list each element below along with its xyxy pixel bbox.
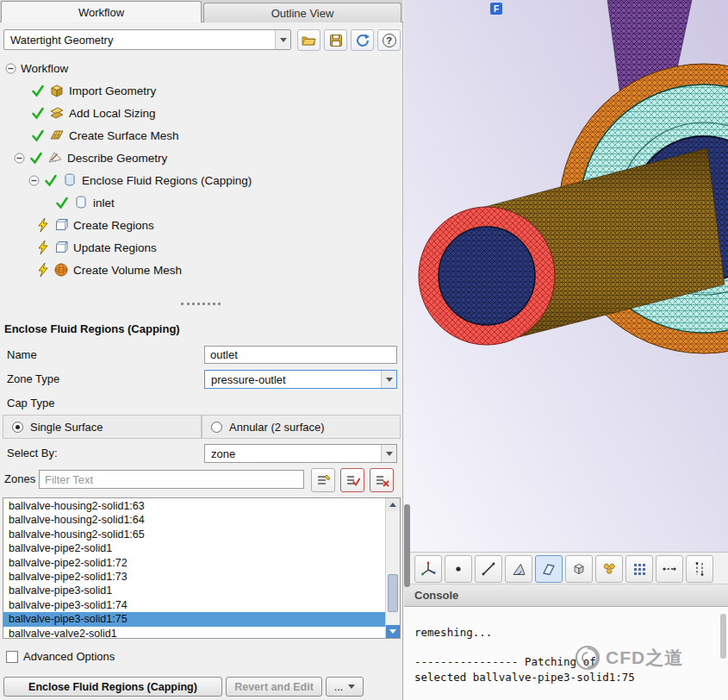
tree-item-update-regions[interactable]: Update Regions bbox=[0, 236, 403, 259]
list-item[interactable]: ballvalve-valve2-solid1 bbox=[3, 627, 386, 639]
console-line: selected ballvalve-pipe3-solid1:75 bbox=[414, 671, 635, 684]
tree-item-workflow-root[interactable]: Workflow bbox=[0, 57, 403, 79]
tree-item-create-volume-mesh[interactable]: Create Volume Mesh bbox=[0, 259, 403, 281]
save-workflow-button[interactable] bbox=[324, 29, 347, 51]
list-item[interactable]: ballvalve-housing2-solid1:64 bbox=[3, 513, 386, 527]
tab-outline-label: Outline View bbox=[271, 7, 334, 20]
zone-type-value: pressure-outlet bbox=[205, 373, 381, 386]
plane-tool-button[interactable] bbox=[535, 555, 563, 583]
zones-filter-input[interactable] bbox=[39, 470, 304, 489]
regions-icon bbox=[53, 240, 69, 255]
deselect-list-button[interactable] bbox=[370, 468, 394, 492]
3d-viewport[interactable] bbox=[404, 0, 728, 552]
tree-item-enclose-fluid-regions[interactable]: Enclose Fluid Regions (Capping) bbox=[0, 169, 403, 191]
zone-type-label: Zone Type bbox=[7, 372, 59, 385]
angle-measure-button[interactable] bbox=[505, 555, 532, 583]
cap-type-label: Cap Type bbox=[7, 397, 54, 409]
refresh-workflow-button[interactable] bbox=[351, 29, 374, 51]
list-scrollbar[interactable] bbox=[385, 498, 400, 638]
box-tool-button[interactable] bbox=[565, 555, 593, 583]
check-icon bbox=[31, 128, 45, 142]
list-item[interactable]: ballvalve-housing2-solid1:63 bbox=[3, 499, 386, 513]
tree-item-create-surface-mesh[interactable]: Create Surface Mesh bbox=[0, 124, 403, 147]
open-workflow-button[interactable] bbox=[297, 29, 320, 51]
zones-listbox[interactable]: ballvalve-housing2-solid1:63 ballvalve-h… bbox=[3, 497, 401, 639]
workflow-preset-combo[interactable]: Watertight Geometry bbox=[3, 29, 291, 50]
radio-single-surface[interactable] bbox=[12, 422, 23, 433]
create-surface-mesh-icon bbox=[49, 128, 65, 143]
cap-type-group: Single Surface Annular (2 surface) bbox=[3, 415, 401, 439]
tree-item-label: inlet bbox=[93, 197, 115, 209]
pending-bolt-icon bbox=[38, 263, 49, 278]
viewport-toolbar bbox=[404, 552, 728, 584]
panel-scrollbar-thumb[interactable] bbox=[404, 504, 410, 587]
tree-item-label: Enclose Fluid Regions (Capping) bbox=[82, 174, 252, 187]
plane-icon bbox=[541, 561, 557, 577]
tree-item-inlet[interactable]: inlet bbox=[0, 191, 403, 214]
cap-annular-option[interactable]: Annular (2 surface) bbox=[202, 415, 401, 439]
axes-triad-button[interactable] bbox=[414, 555, 442, 583]
select-by-combo[interactable]: zone bbox=[204, 444, 397, 463]
tree-item-label: Import Geometry bbox=[69, 84, 156, 97]
check-icon bbox=[29, 151, 43, 165]
mesh-cells-button[interactable] bbox=[595, 555, 623, 583]
scroll-up-button[interactable] bbox=[386, 498, 400, 511]
point-grid-button[interactable] bbox=[625, 555, 653, 583]
cap-annular-label: Annular (2 surface) bbox=[229, 421, 325, 434]
list-item-selected[interactable]: ballvalve-pipe3-solid1:75 bbox=[3, 612, 386, 626]
zone-type-combo[interactable]: pressure-outlet bbox=[204, 370, 397, 389]
console-scrollbar-thumb[interactable] bbox=[720, 614, 726, 659]
use-selection-button[interactable] bbox=[311, 468, 335, 492]
tree-item-add-local-sizing[interactable]: Add Local Sizing bbox=[0, 102, 403, 124]
tab-workflow-label: Workflow bbox=[78, 6, 124, 19]
revert-label: Revert and Edit bbox=[234, 681, 314, 693]
tab-outline-view[interactable]: Outline View bbox=[203, 3, 401, 22]
list-item[interactable]: ballvalve-pipe3-solid1:74 bbox=[3, 598, 386, 612]
select-by-label: Select By: bbox=[7, 447, 58, 459]
splitter-handle[interactable] bbox=[181, 303, 221, 305]
revert-and-edit-button[interactable]: Revert and Edit bbox=[226, 677, 322, 697]
point-icon bbox=[451, 561, 466, 577]
list-item[interactable]: ballvalve-pipe2-solid1:72 bbox=[3, 556, 386, 570]
help-button[interactable]: ? bbox=[377, 29, 401, 51]
fluent-meshing-window: Workflow Outline View Watertight Geometr… bbox=[0, 0, 728, 700]
collapse-toggle-icon[interactable] bbox=[14, 153, 25, 164]
list-item[interactable]: ballvalve-pipe2-solid1 bbox=[3, 541, 386, 555]
fluent-badge: F bbox=[490, 3, 502, 15]
tree-item-import-geometry[interactable]: Import Geometry bbox=[0, 79, 403, 102]
radio-annular[interactable] bbox=[211, 422, 222, 433]
select-list-button[interactable] bbox=[340, 468, 364, 492]
tree-item-create-regions[interactable]: Create Regions bbox=[0, 214, 403, 236]
check-icon bbox=[44, 173, 58, 187]
chevron-down-icon bbox=[348, 684, 355, 689]
collapse-toggle-icon[interactable] bbox=[28, 175, 40, 186]
save-icon bbox=[328, 33, 344, 48]
tree-item-describe-geometry[interactable]: Describe Geometry bbox=[0, 147, 403, 169]
list-item[interactable]: ballvalve-pipe3-solid1 bbox=[3, 584, 386, 597]
zones-label: Zones bbox=[4, 472, 35, 485]
list-item[interactable]: ballvalve-housing2-solid1:65 bbox=[3, 528, 386, 541]
tab-workflow[interactable]: Workflow bbox=[1, 1, 202, 22]
list-check-icon bbox=[345, 472, 360, 488]
cap-single-option[interactable]: Single Surface bbox=[3, 415, 202, 439]
watermark-text: CFD之道 bbox=[606, 646, 683, 670]
apply-capping-button[interactable]: Enclose Fluid Regions (Capping) bbox=[3, 677, 222, 697]
collapse-toggle-icon[interactable] bbox=[5, 63, 16, 74]
console-header[interactable]: Console bbox=[404, 584, 728, 607]
watermark: CFD之道 bbox=[575, 645, 683, 671]
edge-filter-button[interactable] bbox=[475, 555, 502, 583]
name-input[interactable] bbox=[204, 346, 397, 364]
advanced-options-checkbox[interactable] bbox=[6, 651, 18, 663]
list-item[interactable]: ballvalve-pipe2-solid1:73 bbox=[3, 570, 386, 584]
console-line: remeshing... bbox=[414, 626, 492, 639]
dimension-vertical-button[interactable] bbox=[686, 555, 713, 583]
dimension-horizontal-button[interactable] bbox=[656, 555, 683, 583]
tree-item-label: Create Volume Mesh bbox=[73, 264, 182, 277]
point-filter-button[interactable] bbox=[445, 555, 472, 583]
tree-item-label: Describe Geometry bbox=[67, 152, 167, 165]
check-icon bbox=[31, 106, 45, 120]
scroll-down-button[interactable] bbox=[386, 625, 400, 638]
more-label: ... bbox=[334, 681, 343, 693]
scrollbar-thumb[interactable] bbox=[388, 574, 398, 612]
more-options-button[interactable]: ... bbox=[326, 677, 364, 697]
